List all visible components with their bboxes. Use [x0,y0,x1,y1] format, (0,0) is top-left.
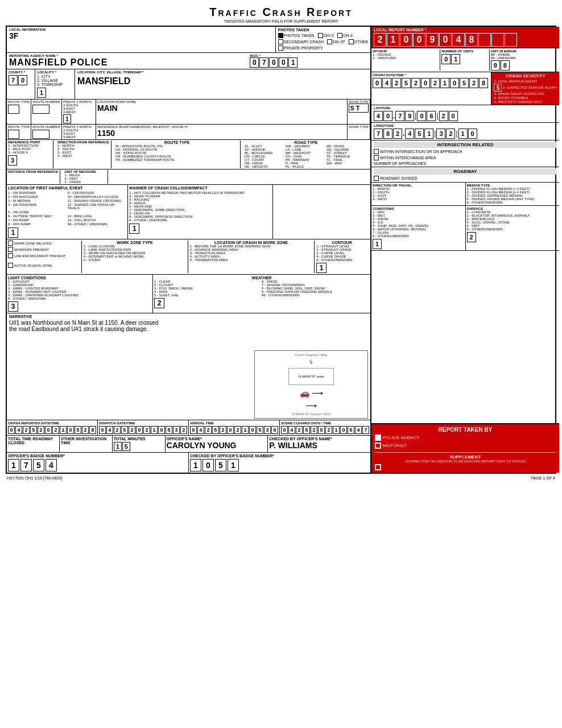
crash-datetime-label: CRASH DATE/TIME * [373,73,490,77]
local-report-label: LOCAL REPORT NUMBER * [374,28,557,32]
secondary-crash-checkbox[interactable]: SECONDARY CRASH [278,39,324,44]
form-number: HSY7001 OH1 1/19 [760-0820] [7,476,62,480]
roadway-label: ROADWAY [374,168,557,175]
longitude-label: LONGITUDE [374,124,557,127]
photos-taken-checkbox[interactable]: PHOTOS TAKEN [278,33,315,38]
agency-value: MANSFIELD POLICE [9,57,245,68]
officer-name-label: OFFICER'S NAME* [167,437,267,441]
arrival-label: ARRIVAL TIME [190,421,278,425]
first-harmful-label: LOCATION OF FIRST HARMFUL EVENT [8,186,126,190]
weather-label: WEATHER [154,276,369,280]
weather-value: 2 [154,298,164,308]
crash-report-page: Traffic Crash Report *DENOTES MANDATORY … [0,0,562,486]
oh3-checkbox[interactable]: OH-3 [337,33,353,38]
light-conditions-label: LIGHT CONDITIONS [8,276,151,280]
page-info: PAGE 1 OF 4 [531,476,555,480]
total-time-label: TOTAL TIME ROADWAY CLOSED [8,437,58,445]
report-title: Traffic Crash Report [209,6,352,18]
report-subtitle: *DENOTES MANDATORY FIELD FOR SUPPLEMENT … [6,19,556,23]
ref-road: 1150 [97,129,346,138]
crash-severity-label: CRASH SEVERITY [494,73,557,78]
manner-crash-label: MANNER OF CRASH COLLISION/IMPACT [129,186,271,190]
county-label: COUNTY * [9,71,33,74]
light-conditions-value: 3 [8,301,18,312]
checked-badge-label: CHECKED BY OFFICER'S BADGE NUMBER* [190,454,369,458]
narrative-text: U#1 was Northbound on N Main St at 1150.… [9,320,368,348]
badge-label: OFFICER'S BADGE NUMBER* [8,454,187,458]
crash-reported-label: CRASH REPORTED DATE/TIME [8,421,96,425]
checked-by-label: CHECKED BY OFFICER'S NAME* [269,437,369,441]
total-minutes-value: 1 5 [114,442,164,451]
latitude-label: LATITUDE [374,106,557,110]
private-property-checkbox[interactable]: PRIVATE PROPERTY [278,46,323,51]
checked-by-value: P. WILLIAMS [269,441,369,450]
total-minutes-label: TOTAL MINUTES [114,437,164,441]
narrative-label: NARRATIVE [9,315,368,318]
oh2-checkbox[interactable]: OH=2 [318,33,334,38]
location-label: LOCATION: CITY, VILLAGE, TOWNSHIP * [77,71,368,74]
road-name: MAIN [97,104,346,113]
ncic-digits: 0 7 0 0 1 [250,57,368,68]
locality-label: LOCALITY * [37,71,73,74]
oh1p-checkbox[interactable]: OH-1P [327,39,345,44]
officer-name-value: CAROLYN YOUNG [167,441,267,450]
intersection-related-label: INTERSECTION RELATED [374,142,557,148]
location-value: MANSFIELD [77,76,368,86]
other-investigation-label: OTHER INVESTIGATION TIME [61,437,111,445]
police-agency-label[interactable]: POLICE AGENCY [383,435,420,440]
report-taken-by-label: REPORT TAKEN BY [375,427,556,433]
photos-label: PHOTOS TAKEN [278,28,368,32]
dispatch-label: DISPATCH DATE/TIME [99,421,187,425]
local-info-value: 3F [9,31,273,40]
other-checkbox[interactable]: OTHER [349,39,369,44]
scene-cleared-label: SCENE CLEARED DATE / TIME [281,421,369,425]
road-type: S T [349,104,369,113]
motorist-label[interactable]: MOTORIST [383,443,407,448]
